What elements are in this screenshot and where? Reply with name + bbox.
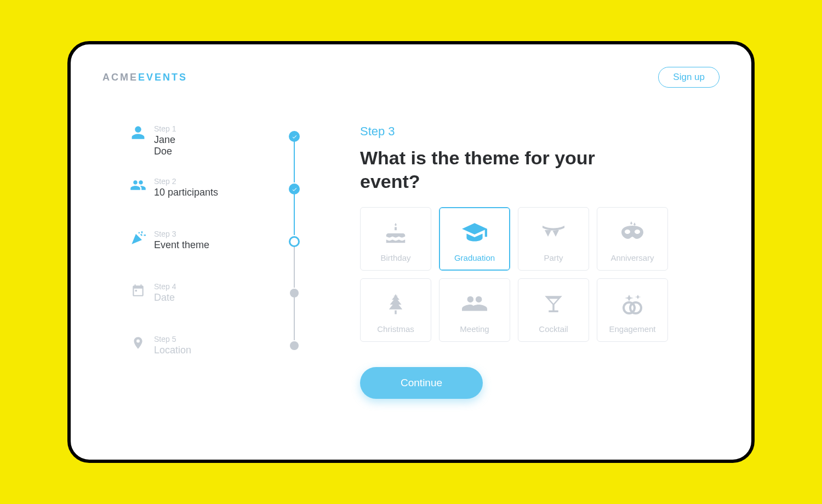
tree-icon: [380, 289, 411, 320]
theme-option-meeting[interactable]: Meeting: [439, 278, 510, 342]
step-label: Step 3: [154, 230, 311, 238]
theme-option-christmas[interactable]: Christmas: [360, 278, 431, 342]
step-label: Step 1: [154, 124, 311, 133]
theme-option-anniversary[interactable]: Anniversary: [597, 207, 668, 271]
step-label: Step 5: [154, 335, 311, 343]
brand-part2: EVENTS: [138, 72, 187, 83]
confetti-icon: [130, 230, 146, 246]
theme-option-cocktail[interactable]: Cocktail: [518, 278, 589, 342]
theme-option-graduation[interactable]: Graduation: [439, 207, 510, 271]
step-value: Date: [154, 292, 311, 303]
theme-option-birthday[interactable]: Birthday: [360, 207, 431, 271]
graduation-cap-icon: [459, 218, 490, 249]
theme-label: Cocktail: [539, 324, 568, 334]
continue-button[interactable]: Continue: [360, 367, 483, 399]
step-label: Step 4: [154, 282, 311, 291]
progress-stepper: Step 1 Jane Doe Step 2 10 participants: [130, 124, 311, 399]
content: Step 1 Jane Doe Step 2 10 participants: [102, 124, 720, 399]
step-value: 10 participants: [154, 187, 311, 198]
rings-icon: [617, 289, 648, 320]
step-tag: Step 3: [360, 124, 720, 139]
theme-option-engagement[interactable]: Engagement: [597, 278, 668, 342]
step-item-date[interactable]: Step 4 Date: [130, 282, 311, 335]
brand-logo: ACMEEVENTS: [102, 72, 187, 83]
step-value: Event theme: [154, 239, 311, 251]
step-item-location[interactable]: Step 5 Location: [130, 335, 311, 368]
question-heading: What is the theme for your event?: [360, 146, 634, 193]
step-value: Location: [154, 345, 311, 356]
header: ACMEEVENTS Sign up: [102, 65, 720, 89]
theme-grid: Birthday Graduation Party: [360, 207, 720, 342]
user-icon: [130, 124, 146, 141]
theme-label: Christmas: [377, 324, 414, 334]
users-icon: [130, 177, 146, 193]
step-item-name[interactable]: Step 1 Jane Doe: [130, 124, 311, 177]
step-item-participants[interactable]: Step 2 10 participants: [130, 177, 311, 230]
theme-label: Engagement: [609, 324, 655, 334]
main-panel: Step 3 What is the theme for your event?…: [344, 124, 720, 399]
brand-part1: ACME: [102, 72, 138, 83]
mask-icon: [617, 218, 648, 249]
app-frame: ACMEEVENTS Sign up S: [67, 41, 755, 463]
theme-label: Party: [544, 253, 563, 262]
martini-icon: [538, 289, 569, 320]
theme-option-party[interactable]: Party: [518, 207, 589, 271]
cake-icon: [380, 218, 411, 249]
bunting-icon: [538, 218, 569, 249]
step-item-theme[interactable]: Step 3 Event theme: [130, 230, 311, 282]
calendar-icon: [130, 282, 146, 299]
step-value: Jane Doe: [154, 134, 311, 157]
signup-button[interactable]: Sign up: [658, 67, 720, 88]
theme-label: Meeting: [460, 324, 489, 334]
theme-label: Birthday: [380, 253, 410, 262]
step-label: Step 2: [154, 177, 311, 186]
pin-icon: [130, 335, 146, 351]
group-icon: [459, 289, 490, 320]
theme-label: Anniversary: [610, 253, 654, 262]
theme-label: Graduation: [454, 253, 495, 262]
